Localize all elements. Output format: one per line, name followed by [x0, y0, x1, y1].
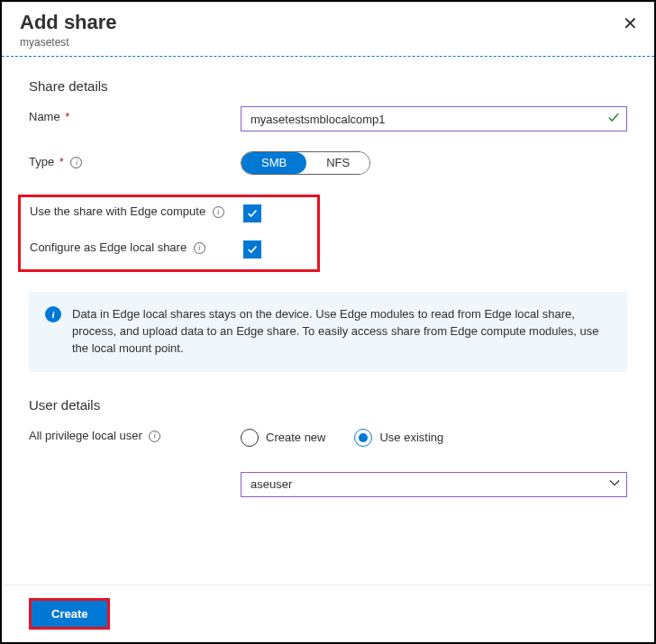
chevron-down-icon [609, 477, 620, 491]
type-option-smb[interactable]: SMB [241, 152, 306, 174]
label-name: Name * [29, 106, 241, 125]
name-input[interactable] [241, 106, 627, 132]
info-icon[interactable]: i [70, 157, 82, 168]
check-icon [607, 112, 620, 127]
user-mode-radio-group: Create new Use existing [241, 429, 627, 447]
label-use-edge-compute: Use the share with Edge compute i [30, 204, 243, 220]
section-share-details: Share details [29, 78, 627, 94]
required-mark: * [62, 110, 70, 123]
row-configure-edge-local: Configure as Edge local share i [30, 240, 310, 259]
close-icon[interactable]: ✕ [623, 13, 638, 34]
checkbox-use-edge-compute[interactable] [243, 204, 261, 222]
label-configure-edge-local: Configure as Edge local share i [30, 240, 243, 256]
panel-footer: Create [2, 585, 654, 642]
panel-header: Add share myasetest ✕ [2, 2, 654, 56]
panel-subtitle: myasetest [20, 36, 636, 49]
checkbox-configure-edge-local[interactable] [243, 240, 261, 259]
label-all-priv-user: All privilege local user i [29, 425, 241, 444]
row-all-priv-user: All privilege local user i Create new Us… [29, 425, 627, 497]
radio-label-use-existing: Use existing [379, 431, 443, 444]
create-button[interactable]: Create [32, 601, 107, 627]
type-option-nfs[interactable]: NFS [306, 152, 369, 174]
type-toggle: SMB NFS [241, 151, 370, 175]
user-dropdown-value: aseuser [241, 472, 627, 497]
edge-options-highlight: Use the share with Edge compute i Config… [18, 195, 320, 272]
label-type: Type * i [29, 151, 241, 170]
required-mark: * [56, 155, 64, 168]
panel-body: Share details Name * Type * i SMB NFS Us… [2, 57, 654, 510]
info-icon[interactable]: i [194, 242, 205, 254]
info-banner: i Data in Edge local shares stays on the… [29, 292, 627, 372]
section-user-details: User details [29, 397, 627, 413]
row-use-edge-compute: Use the share with Edge compute i [30, 204, 310, 222]
radio-label-create-new: Create new [266, 431, 325, 444]
info-banner-text: Data in Edge local shares stays on the d… [72, 306, 611, 358]
info-icon[interactable]: i [213, 206, 224, 218]
create-button-highlight: Create [29, 598, 110, 630]
row-name: Name * [29, 106, 627, 132]
user-dropdown[interactable]: aseuser [241, 472, 627, 497]
info-badge-icon: i [45, 306, 61, 322]
info-icon[interactable]: i [149, 431, 160, 442]
radio-create-new[interactable]: Create new [241, 429, 325, 447]
row-type: Type * i SMB NFS [29, 151, 627, 175]
radio-use-existing[interactable]: Use existing [354, 429, 443, 447]
panel-title: Add share [20, 11, 636, 34]
